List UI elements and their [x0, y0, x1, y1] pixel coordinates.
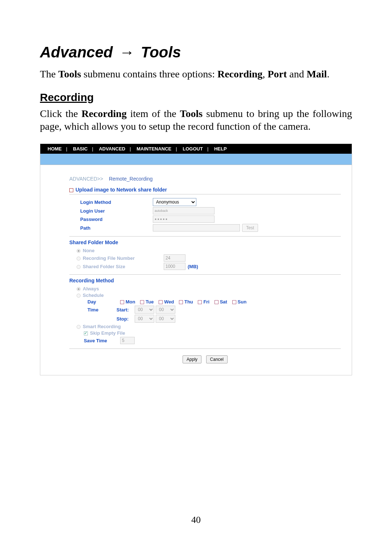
sub-intro-paragraph: Click the Recording item of the Tools su… [40, 107, 352, 133]
nav-help[interactable]: HELP [214, 146, 227, 152]
intro-text: . [327, 68, 330, 80]
day-wed-checkbox[interactable] [159, 300, 163, 304]
sub-heading: Recording [40, 91, 352, 104]
upload-section-title: Upload image to Network share folder [69, 184, 341, 194]
intro-bold-recording: Recording [217, 68, 262, 80]
breadcrumb: ADVANCED>> Remote_Recording [69, 176, 341, 182]
apply-button[interactable]: Apply [183, 355, 201, 363]
sf-size-radio[interactable] [77, 265, 81, 269]
stop-label: Stop: [117, 316, 135, 322]
breadcrumb-root: ADVANCED>> [69, 176, 103, 182]
sf-none-row: None [69, 248, 153, 253]
login-method-label: Login Method [69, 200, 153, 205]
save-time-input[interactable] [120, 337, 135, 344]
day-checkboxes: Mon Tue Wed Thu Fri Sat Sun [117, 299, 246, 305]
nav-basic[interactable]: BASIC [73, 146, 87, 152]
day-wed-label: Wed [164, 299, 174, 305]
shared-folder-title: Shared Folder Mode [69, 237, 341, 247]
intro-bold-port: Port [268, 68, 287, 80]
button-row: Apply Cancel [69, 349, 341, 368]
start-label: Start: [117, 307, 135, 313]
password-input[interactable] [153, 215, 215, 223]
day-sun-checkbox[interactable] [232, 300, 236, 304]
sf-recnum-label: Recording File Number [83, 255, 135, 261]
upload-enable-checkbox[interactable] [69, 188, 73, 192]
intro-text: The [40, 68, 58, 80]
sub-intro-bold-recording: Recording [81, 108, 126, 119]
password-label: Password [69, 217, 153, 222]
rm-always-radio[interactable] [77, 287, 81, 291]
day-fri-label: Fri [203, 299, 209, 305]
path-input[interactable] [153, 224, 240, 231]
intro-bold-mail: Mail [307, 68, 327, 80]
rm-schedule-radio[interactable] [77, 294, 81, 298]
sf-size-label: Shared Folder Size [83, 264, 125, 269]
title-part2: Tools [141, 44, 181, 61]
arrow-icon: → [119, 44, 134, 61]
rec-file-number-input[interactable] [164, 254, 185, 262]
login-user-label: Login User [69, 208, 153, 214]
skip-empty-checkbox[interactable] [84, 331, 88, 335]
login-user-input[interactable] [153, 207, 215, 214]
day-thu-label: Thu [184, 299, 193, 305]
stop-min-select[interactable]: 00 [156, 315, 175, 323]
sf-recnum-radio[interactable] [77, 257, 81, 261]
top-nav: HOME| BASIC| ADVANCED| MAINTENANCE| LOGO… [40, 144, 352, 154]
sub-intro-text: item of the [127, 108, 180, 119]
intro-paragraph: The Tools submenu contains three options… [40, 68, 352, 80]
skip-empty-row: Skip Empty File [69, 330, 153, 336]
mb-unit: (MB) [188, 264, 198, 269]
nav-home[interactable]: HOME [48, 146, 62, 152]
sf-recnum-row: Recording File Number [69, 255, 164, 261]
rm-schedule-label: Schedule [83, 293, 104, 298]
intro-bold-tools: Tools [58, 68, 81, 80]
sub-intro-text: Click the [40, 108, 81, 119]
nav-logout[interactable]: LOGOUT [183, 146, 203, 152]
time-label: Time [69, 307, 117, 313]
rm-smart-radio[interactable] [77, 325, 81, 329]
rm-always-row: Always [69, 286, 153, 291]
intro-text: , [262, 68, 268, 80]
start-hour-select[interactable]: 00 [135, 306, 154, 314]
day-label: Day [69, 299, 117, 305]
stop-hour-select[interactable]: 00 [135, 315, 154, 323]
login-method-select[interactable]: Anonymous [153, 198, 196, 206]
sub-intro-bold-tools: Tools [180, 108, 203, 119]
skip-empty-label: Skip Empty File [90, 330, 125, 336]
settings-screenshot: HOME| BASIC| ADVANCED| MAINTENANCE| LOGO… [40, 144, 352, 375]
rm-always-label: Always [83, 286, 99, 291]
rm-smart-label: Smart Recording [83, 324, 121, 329]
intro-text: submenu contains three options: [81, 68, 217, 80]
blue-bar [40, 154, 352, 165]
day-tue-checkbox[interactable] [140, 300, 144, 304]
intro-text: and [287, 68, 306, 80]
sf-none-radio[interactable] [77, 249, 81, 253]
nav-maintenance[interactable]: MAINTENANCE [136, 146, 171, 152]
page-number: 40 [0, 515, 392, 525]
rm-schedule-row: Schedule [69, 293, 153, 298]
shared-folder-size-input[interactable] [164, 263, 185, 270]
test-button[interactable]: Test [242, 224, 258, 232]
day-sun-label: Sun [238, 299, 247, 305]
recording-method-title: Recording Method [69, 275, 341, 285]
rm-smart-row: Smart Recording [69, 324, 153, 329]
day-fri-checkbox[interactable] [198, 300, 202, 304]
nav-advanced[interactable]: ADVANCED [99, 146, 125, 152]
save-time-label: Save Time [69, 338, 120, 343]
day-tue-label: Tue [146, 299, 154, 305]
day-thu-checkbox[interactable] [179, 300, 183, 304]
cancel-button[interactable]: Cancel [206, 355, 228, 363]
sf-size-row: Shared Folder Size [69, 264, 164, 269]
day-mon-checkbox[interactable] [120, 300, 124, 304]
day-sat-label: Sat [220, 299, 227, 305]
breadcrumb-page: Remote_Recording [109, 176, 153, 182]
sf-none-label: None [83, 248, 95, 253]
day-sat-checkbox[interactable] [215, 300, 219, 304]
upload-title-text: Upload image to Network share folder [75, 187, 167, 193]
title-part1: Advanced [40, 44, 113, 61]
start-min-select[interactable]: 00 [156, 306, 175, 314]
page-title: Advanced → Tools [40, 44, 352, 61]
path-label: Path [69, 225, 153, 231]
day-mon-label: Mon [126, 299, 135, 305]
